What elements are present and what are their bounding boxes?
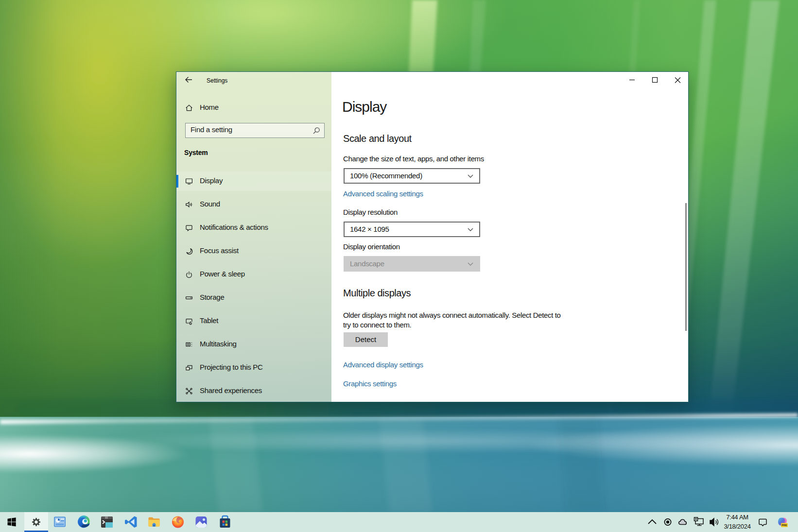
svg-text:PRE: PRE: [781, 524, 787, 527]
